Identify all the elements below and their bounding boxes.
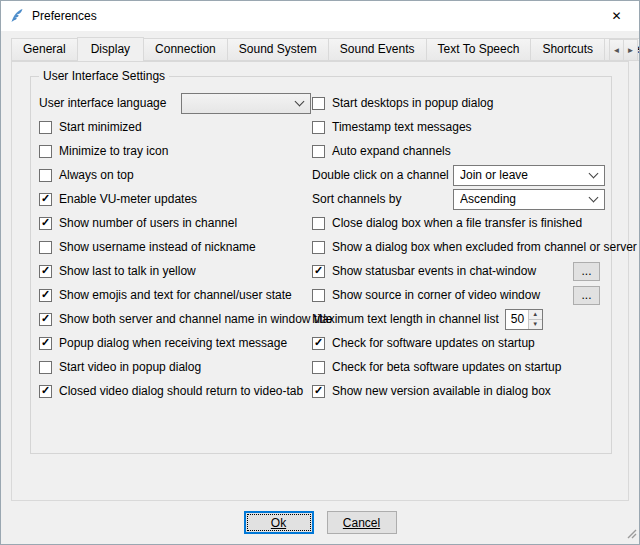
max-text-length-spinner: 50 ▲ ▼ <box>505 309 543 330</box>
double-click-combobox[interactable]: Join or leave <box>453 165 605 186</box>
close-button[interactable]: ✕ <box>594 1 639 31</box>
double-click-value: Join or leave <box>460 168 582 182</box>
checkmark-icon: ✓ <box>41 217 50 228</box>
chevron-down-icon <box>589 192 599 202</box>
checkbox-label: Show number of users in channel <box>59 216 237 230</box>
checkbox-label: Show emojis and text for channel/user st… <box>59 288 292 302</box>
ok-button[interactable]: Ok <box>244 511 314 534</box>
tab-display[interactable]: Display <box>77 37 144 61</box>
max-text-length-label: Maximum text length in channel list <box>312 312 499 326</box>
checkbox-vu-meter-updates[interactable]: ✓ Enable VU-meter updates <box>39 187 311 211</box>
checkbox-excluded-dialog[interactable]: Show a dialog box when excluded from cha… <box>312 235 605 259</box>
checkbox <box>312 145 325 158</box>
right-column: Start desktops in popup dialog Timestamp… <box>312 91 605 403</box>
checkbox-check-beta-updates[interactable]: Check for beta software updates on start… <box>312 355 605 379</box>
checkbox-label: Minimize to tray icon <box>59 144 168 158</box>
left-column: User interface language Start minimized … <box>39 91 311 403</box>
checkbox-close-filetransfer-dialog[interactable]: Close dialog box when a file transfer is… <box>312 211 605 235</box>
tab-scroll-right-icon[interactable]: ► <box>623 39 638 61</box>
chevron-down-icon <box>589 168 599 178</box>
checkbox <box>312 217 325 230</box>
checkbox-label: Popup dialog when receiving text message <box>59 336 287 350</box>
checkmark-icon: ✓ <box>41 289 50 300</box>
checkbox-closed-video-return-tab[interactable]: ✓ Closed video dialog should return to v… <box>39 379 311 403</box>
checkbox-label: Start video in popup dialog <box>59 360 201 374</box>
checkbox-label: Auto expand channels <box>332 144 451 158</box>
checkbox: ✓ <box>39 217 52 230</box>
checkmark-icon: ✓ <box>41 193 50 204</box>
checkbox: ✓ <box>39 193 52 206</box>
checkbox-video-popup-dialog[interactable]: Start video in popup dialog <box>39 355 311 379</box>
checkbox-new-version-dialog[interactable]: ✓ Show new version available in dialog b… <box>312 379 605 403</box>
checkbox-username-instead-nickname[interactable]: Show username instead of nickname <box>39 235 311 259</box>
checkbox-video-source-corner[interactable] <box>312 289 325 302</box>
checkbox: ✓ <box>312 337 325 350</box>
checkbox-always-on-top[interactable]: Always on top <box>39 163 311 187</box>
video-source-row: Show source in corner of video window ..… <box>312 283 605 307</box>
app-logo-icon <box>9 8 25 24</box>
checkbox-statusbar-events[interactable]: ✓ <box>312 265 325 278</box>
tab-sound-system[interactable]: Sound System <box>227 38 329 61</box>
checkbox-server-channel-in-title[interactable]: ✓ Show both server and channel name in w… <box>39 307 311 331</box>
tab-scroll-left-icon[interactable]: ◄ <box>609 39 624 61</box>
statusbar-events-browse-button[interactable]: ... <box>573 262 600 281</box>
checkbox-minimize-to-tray[interactable]: Minimize to tray icon <box>39 139 311 163</box>
checkbox-desktops-popup[interactable]: Start desktops in popup dialog <box>312 91 605 115</box>
tab-scroll-buttons: ◄ ► <box>609 39 638 61</box>
checkbox-label: Show username instead of nickname <box>59 240 256 254</box>
checkbox-start-minimized[interactable]: Start minimized <box>39 115 311 139</box>
checkbox-label: Check for software updates on startup <box>332 336 535 350</box>
checkbox: ✓ <box>39 313 52 326</box>
spinner-buttons: ▲ ▼ <box>528 310 542 329</box>
checkbox-last-talk-yellow[interactable]: ✓ Show last to talk in yellow <box>39 259 311 283</box>
checkbox: ✓ <box>39 265 52 278</box>
tab-shortcuts[interactable]: Shortcuts <box>530 38 605 61</box>
user-interface-settings-group: User Interface Settings User interface l… <box>30 76 612 454</box>
checkmark-icon: ✓ <box>314 265 323 276</box>
tab-text-to-speech[interactable]: Text To Speech <box>426 38 532 61</box>
double-click-row: Double click on a channel Join or leave <box>312 163 605 187</box>
checkbox-label: Timestamp text messages <box>332 120 472 134</box>
display-tab-pane: User Interface Settings User interface l… <box>11 61 629 501</box>
checkmark-icon: ✓ <box>314 337 323 348</box>
checkbox-check-updates[interactable]: ✓ Check for software updates on startup <box>312 331 605 355</box>
checkbox-label: Show last to talk in yellow <box>59 264 196 278</box>
checkbox: ✓ <box>39 385 52 398</box>
spinner-up-icon[interactable]: ▲ <box>529 310 542 319</box>
checkbox-label: Show statusbar events in chat-window <box>332 264 536 278</box>
checkbox-label: Show new version available in dialog box <box>332 384 551 398</box>
checkbox <box>312 97 325 110</box>
ok-button-label: Ok <box>271 516 286 530</box>
checkbox-auto-expand-channels[interactable]: Auto expand channels <box>312 139 605 163</box>
checkbox-label: Start minimized <box>59 120 142 134</box>
tab-general[interactable]: General <box>11 38 78 61</box>
checkbox-label: Show a dialog box when excluded from cha… <box>332 240 637 254</box>
cancel-button-label: Cancel <box>343 516 380 530</box>
language-label: User interface language <box>39 96 166 110</box>
checkbox-timestamp-messages[interactable]: Timestamp text messages <box>312 115 605 139</box>
checkbox-emojis-text-state[interactable]: ✓ Show emojis and text for channel/user … <box>39 283 311 307</box>
max-text-length-row: Maximum text length in channel list 50 ▲… <box>312 307 605 331</box>
video-source-browse-button[interactable]: ... <box>573 286 600 305</box>
checkbox <box>39 241 52 254</box>
tab-connection[interactable]: Connection <box>143 38 228 61</box>
checkbox <box>312 241 325 254</box>
checkbox-show-user-count[interactable]: ✓ Show number of users in channel <box>39 211 311 235</box>
checkbox <box>312 121 325 134</box>
checkbox-label: Show source in corner of video window <box>332 288 540 302</box>
checkbox <box>312 361 325 374</box>
statusbar-events-row: ✓ Show statusbar events in chat-window .… <box>312 259 605 283</box>
chevron-down-icon <box>295 96 305 106</box>
resize-grip[interactable] <box>626 528 637 542</box>
sort-channels-combobox[interactable]: Ascending <box>453 189 605 210</box>
spinner-value[interactable]: 50 <box>506 310 528 329</box>
language-combobox[interactable] <box>181 93 311 114</box>
spinner-down-icon[interactable]: ▼ <box>529 319 542 329</box>
tab-sound-events[interactable]: Sound Events <box>328 38 427 61</box>
checkbox-label: Check for beta software updates on start… <box>332 360 561 374</box>
checkbox-popup-text-message[interactable]: ✓ Popup dialog when receiving text messa… <box>39 331 311 355</box>
checkbox-label: Enable VU-meter updates <box>59 192 197 206</box>
checkbox: ✓ <box>39 337 52 350</box>
cancel-button[interactable]: Cancel <box>327 511 397 534</box>
checkbox-label: Closed video dialog should return to vid… <box>59 384 303 398</box>
